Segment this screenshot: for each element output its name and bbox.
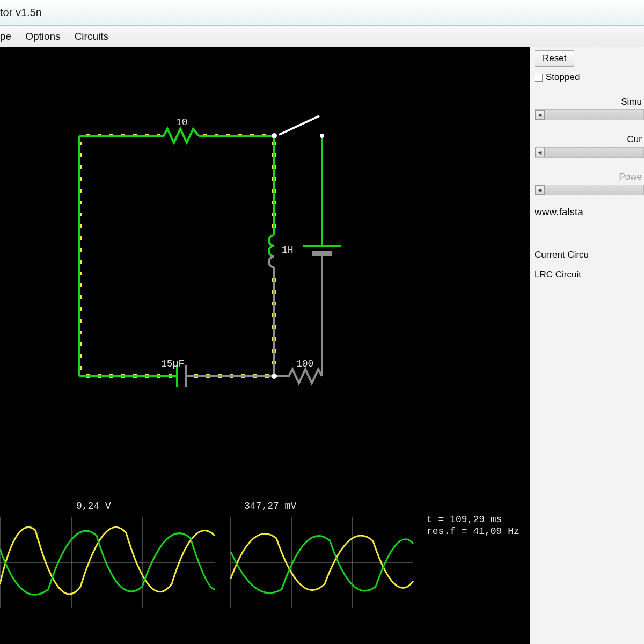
info-current-circuit: Current Circu <box>535 245 644 265</box>
sidebar: Reset Stopped Simu ◄ Cur ◄ Powe ◄ www.fa… <box>530 47 644 644</box>
stopped-checkbox[interactable] <box>535 74 543 82</box>
resistor-2-label: 100 <box>296 358 313 369</box>
stopped-checkbox-row[interactable]: Stopped <box>535 72 644 83</box>
svg-point-81 <box>320 134 324 138</box>
simulation-speed-label: Simu <box>535 97 644 107</box>
menu-item-scope[interactable]: pe <box>0 31 11 42</box>
resistor-1-label: 10 <box>176 117 188 128</box>
simulation-speed-slider[interactable]: ◄ <box>535 109 644 120</box>
power-brightness-label: Powe <box>535 172 644 182</box>
power-brightness-slider[interactable]: ◄ <box>535 185 644 195</box>
info-circuit-name: LRC Circuit <box>535 265 644 284</box>
title-bar: tor v1.5n <box>0 0 644 26</box>
window-title: tor v1.5n <box>0 6 42 18</box>
scope-1-voltage: 9,24 V <box>76 501 111 511</box>
svg-point-80 <box>272 374 277 379</box>
circuit-canvas[interactable]: 10 1H 15µF 100 9,24 V 347,27 mV t = 109,… <box>0 47 530 644</box>
status-time: t = 109,29 ms <box>427 514 502 525</box>
capacitor-label: 15µF <box>161 358 184 369</box>
menu-item-options[interactable]: Options <box>25 31 60 42</box>
current-speed-slider[interactable]: ◄ <box>535 147 644 158</box>
slider-left-icon[interactable]: ◄ <box>535 185 545 195</box>
svg-point-79 <box>272 133 277 138</box>
current-speed-label: Cur <box>535 134 644 145</box>
inductor-label: 1H <box>282 245 294 255</box>
slider-left-icon[interactable]: ◄ <box>535 110 545 120</box>
menu-bar: pe Options Circuits <box>0 26 644 47</box>
scope-2-voltage: 347,27 mV <box>244 501 296 511</box>
reset-button[interactable]: Reset <box>535 50 574 67</box>
slider-left-icon[interactable]: ◄ <box>535 148 545 157</box>
website-link[interactable]: www.falsta <box>535 206 644 218</box>
menu-item-circuits[interactable]: Circuits <box>75 31 108 42</box>
stopped-label: Stopped <box>546 72 580 83</box>
svg-line-73 <box>279 116 319 135</box>
status-frequency: res.f = 41,09 Hz <box>427 526 519 537</box>
